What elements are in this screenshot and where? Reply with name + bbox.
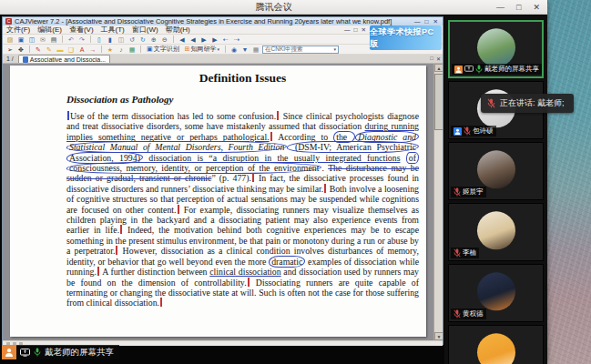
minimize-button[interactable]: — bbox=[414, 18, 421, 25]
globe-icon[interactable]: ◉ bbox=[229, 46, 239, 54]
toolbar-separator bbox=[140, 46, 141, 53]
meeting-title-bar[interactable]: 腾讯会议 — □ ✕ bbox=[0, 0, 547, 15]
back-icon[interactable]: ⇠ bbox=[221, 35, 230, 44]
maximize-button[interactable]: □ bbox=[516, 0, 521, 15]
first-page-icon[interactable]: ◀ bbox=[178, 35, 187, 44]
close-button[interactable]: ✕ bbox=[533, 0, 540, 15]
tab-restore-button[interactable]: □ bbox=[430, 56, 433, 62]
pencil-icon[interactable]: ✎ bbox=[45, 46, 54, 54]
undo-icon[interactable]: ↶ bbox=[66, 35, 76, 44]
grid-icon[interactable]: ▦ bbox=[251, 46, 260, 54]
participant-name-chip: 戴老师的屏幕共享 bbox=[452, 64, 542, 75]
meeting-window-controls: — □ ✕ bbox=[496, 0, 540, 15]
menu-file[interactable]: 文件(F) bbox=[6, 25, 30, 35]
last-page-icon[interactable]: ▶ bbox=[210, 35, 219, 44]
participants-panel: 戴老师的屏幕共享包诗硕姬晨宇李楠黄权德陈子海 bbox=[444, 15, 547, 364]
doc-minimize-button[interactable]: — bbox=[344, 26, 351, 34]
rotate-right-icon[interactable]: ↻ bbox=[138, 35, 148, 44]
annotation-insertion-mark bbox=[252, 173, 254, 182]
participant-tile[interactable]: 姬晨宇 bbox=[448, 142, 544, 200]
zoom-out-icon[interactable]: ⊖ bbox=[160, 35, 169, 44]
desktop: 腾讯会议 — □ ✕ C CAJViewer 7.2 - [Associativ… bbox=[0, 0, 591, 364]
document-window-controls: — □ ✕ bbox=[344, 26, 366, 34]
tab-close-button[interactable]: ✕ bbox=[436, 56, 441, 62]
text-segment: dissociation is “a bbox=[143, 153, 222, 163]
member-badge bbox=[453, 127, 462, 136]
save-icon[interactable]: ▣ bbox=[16, 35, 25, 44]
section-heading: Dissociation as Pathology bbox=[66, 94, 419, 105]
cnki-study-button[interactable]: ⊞知网研学▾ bbox=[183, 45, 221, 54]
cnki-express-banner-label: 全球学术快报PC版 bbox=[370, 26, 442, 50]
participant-tile[interactable]: 陈子海 bbox=[448, 325, 544, 364]
prev-page-icon[interactable]: ◀ bbox=[189, 35, 198, 44]
menu-edit[interactable]: 编辑(E) bbox=[37, 25, 62, 35]
maximize-button[interactable]: □ bbox=[425, 18, 429, 25]
mic-muted-icon bbox=[453, 248, 461, 258]
continuous-page-icon[interactable]: ▮ bbox=[106, 35, 115, 44]
vertical-scrollbar[interactable]: ▲ ▼ bbox=[433, 64, 443, 340]
participant-name: 包诗硕 bbox=[473, 126, 494, 136]
rotate-left-icon[interactable]: ↺ bbox=[127, 35, 137, 44]
text-segment: According to bbox=[273, 132, 334, 142]
pdf-page[interactable]: Definition Issues Dissociation as Pathol… bbox=[10, 66, 426, 337]
red-pen-icon[interactable]: ✎ bbox=[34, 46, 43, 54]
annotation-insertion-mark bbox=[160, 298, 162, 307]
arrow-annotation-icon[interactable]: → bbox=[88, 46, 97, 54]
single-page-icon[interactable]: ▯ bbox=[95, 35, 104, 44]
participant-name-chip: 黄权德 bbox=[451, 308, 486, 319]
participant-tile[interactable]: 李楠 bbox=[448, 203, 544, 261]
menu-view[interactable]: 查看(V) bbox=[69, 25, 94, 35]
highlighter-icon[interactable]: ▬ bbox=[56, 46, 65, 54]
doc-restore-button[interactable]: □ bbox=[354, 26, 358, 34]
minimize-button[interactable]: — bbox=[496, 0, 504, 15]
scroll-down-arrow[interactable]: ▼ bbox=[434, 332, 443, 340]
annotation-insertion-mark bbox=[97, 267, 99, 276]
mic-on-icon bbox=[475, 65, 483, 74]
close-button[interactable]: ✕ bbox=[433, 18, 438, 25]
text-segment bbox=[400, 153, 405, 163]
cnki-search-input[interactable]: 在CNKI中搜索▾ bbox=[262, 46, 339, 54]
text-segment: A further distinction between bbox=[100, 267, 209, 277]
document-area: Definition Issues Dissociation as Pathol… bbox=[3, 64, 443, 340]
menu-help[interactable]: 帮助(H) bbox=[166, 25, 190, 35]
document-body: Use of the term dissociation has led to … bbox=[66, 111, 419, 308]
chevron-down-icon: ▾ bbox=[334, 46, 337, 52]
menu-tools[interactable]: 工具(T) bbox=[101, 25, 125, 35]
meeting-title: 腾讯会议 bbox=[256, 1, 292, 14]
zoom-in-icon[interactable]: ⊕ bbox=[149, 35, 158, 44]
mic-muted-icon bbox=[464, 126, 471, 136]
screen-share-label: 戴老师的屏幕共享 bbox=[45, 347, 114, 359]
participant-tile[interactable]: 戴老师的屏幕共享 bbox=[448, 20, 544, 78]
participant-name-chip: 姬晨宇 bbox=[451, 187, 486, 197]
toolbar-separator bbox=[101, 46, 102, 53]
select-tool-icon[interactable]: ➢ bbox=[5, 46, 15, 54]
star-icon[interactable]: ★ bbox=[106, 46, 115, 54]
save-all-icon[interactable]: ◫ bbox=[27, 35, 36, 44]
redo-icon[interactable]: ↷ bbox=[77, 35, 87, 44]
text-annotation-icon[interactable]: A bbox=[77, 46, 87, 54]
cnki-study-icon: ⊞ bbox=[185, 46, 190, 53]
participant-tile[interactable]: 黄权德 bbox=[448, 264, 544, 322]
open-icon[interactable]: ▨ bbox=[5, 35, 15, 44]
doc-close-button[interactable]: ✕ bbox=[362, 26, 366, 34]
document-tab[interactable]: Associative and Dissocia... bbox=[18, 55, 110, 63]
note-icon[interactable]: ❑ bbox=[66, 46, 76, 54]
toolbar-separator bbox=[62, 35, 63, 43]
print-icon[interactable]: ▤ bbox=[49, 35, 58, 44]
cnki-express-banner[interactable]: 全球学术快报PC版 bbox=[370, 25, 442, 50]
scrollbar-thumb[interactable] bbox=[434, 74, 443, 130]
hand-tool-icon[interactable]: ✥ bbox=[16, 46, 25, 54]
download-icon[interactable]: ▼ bbox=[240, 46, 250, 54]
next-page-icon[interactable]: ▶ bbox=[199, 35, 209, 44]
facing-page-icon[interactable]: ◫ bbox=[117, 35, 126, 44]
annotation-insertion-mark bbox=[270, 132, 272, 141]
mail-icon[interactable]: ✉ bbox=[38, 35, 47, 44]
menu-window[interactable]: 窗口(W) bbox=[132, 25, 158, 35]
person-icon bbox=[5, 348, 14, 357]
scroll-up-arrow[interactable]: ▲ bbox=[434, 64, 443, 72]
forward-icon[interactable]: ⇢ bbox=[232, 35, 241, 44]
avatar bbox=[477, 28, 515, 66]
image-icon[interactable]: ▦ bbox=[127, 46, 137, 54]
ocr-button[interactable]: ▣文字识别 bbox=[145, 45, 181, 54]
sound-icon[interactable]: ♪ bbox=[117, 46, 126, 54]
